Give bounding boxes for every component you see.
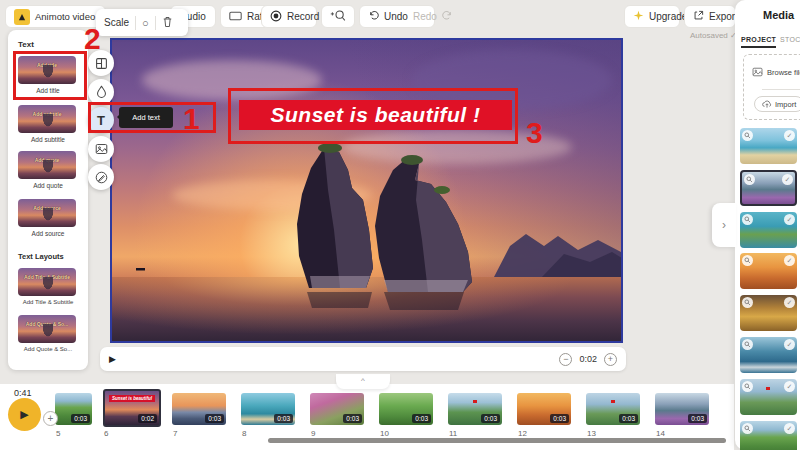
media-tool-button[interactable] (88, 136, 114, 162)
check-icon[interactable]: ✓ (782, 174, 793, 185)
playback-bar: ▶ − 0:02 + (100, 347, 626, 371)
check-icon[interactable]: ✓ (784, 297, 795, 308)
timeline: 0:41 ▶ + 0:03 5 Sunset is beautiful 0:02… (0, 384, 734, 450)
template-thumbnail: Add source (18, 199, 76, 227)
divider (135, 16, 136, 30)
media-item[interactable]: ✓ (740, 212, 797, 248)
tab-project[interactable]: PROJECT (741, 36, 776, 48)
media-item[interactable]: ✓ (740, 337, 797, 373)
upgrade-label: Upgrade (649, 11, 687, 22)
export-button[interactable]: Export (684, 5, 736, 28)
magnifier-icon[interactable] (744, 174, 755, 185)
rotate-icon[interactable]: ○ (142, 17, 149, 29)
timeline-play-button[interactable]: ▶ (8, 398, 41, 431)
upgrade-button[interactable]: Upgrade (624, 5, 680, 28)
undo-icon[interactable] (368, 10, 379, 23)
zoom-in-button[interactable]: + (604, 353, 617, 366)
media-item[interactable]: ✓ (740, 379, 797, 415)
timeline-clip[interactable]: 0:03 (172, 393, 226, 425)
ratio-icon (229, 11, 242, 23)
play-button[interactable]: ▶ (109, 354, 116, 364)
clip-number: 8 (242, 429, 246, 438)
template-add-subtitle[interactable]: Add subtitle Add subtitle (18, 105, 78, 143)
import-button[interactable]: Import (754, 96, 800, 112)
template-thumbnail: Add subtitle (18, 105, 76, 133)
image-icon (95, 143, 108, 155)
check-icon[interactable]: ✓ (784, 423, 795, 434)
timeline-clip[interactable]: 0:03 (586, 393, 640, 425)
template-thumbnail: Add title (18, 56, 76, 84)
panel-collapse-chevron[interactable]: › (712, 203, 736, 247)
clip-number: 14 (656, 429, 665, 438)
timeline-clip[interactable]: 0:03 (517, 393, 571, 425)
clip-number: 7 (173, 429, 177, 438)
media-item-selected[interactable]: ✓ (740, 170, 797, 206)
template-add-quote-source[interactable]: Add Quote & So... Add Quote & So... (18, 315, 78, 352)
zoom-out-button[interactable]: − (559, 353, 572, 366)
media-panel: Media PROJECT STOCK Browse files Import … (735, 0, 800, 450)
divider (762, 89, 800, 90)
record-button[interactable]: Record (261, 5, 317, 28)
clip-number: 11 (449, 429, 457, 438)
app-title: Animoto video (35, 11, 95, 22)
timeline-clip-selected[interactable]: Sunset is beautiful 0:02 (103, 389, 161, 427)
annotation-number-2: 2 (84, 24, 101, 54)
magnifier-icon[interactable] (742, 130, 753, 141)
timeline-clip[interactable]: 0:03 (241, 393, 295, 425)
template-add-title[interactable]: Add title Add title (18, 56, 78, 94)
record-icon (270, 10, 282, 24)
canvas-text-layer[interactable]: Sunset is beautiful ! (239, 100, 512, 130)
record-label: Record (287, 11, 319, 22)
magnifier-icon[interactable] (742, 423, 753, 434)
trash-icon[interactable] (162, 16, 173, 30)
magnifier-icon[interactable] (742, 339, 753, 350)
text-tool-icon: T (97, 114, 105, 127)
tab-stock[interactable]: STOCK (780, 36, 800, 43)
pen-circle-icon (95, 171, 108, 184)
text-section-header: Text (18, 40, 34, 49)
clip-number: 13 (587, 429, 596, 438)
magnifier-icon[interactable] (742, 214, 753, 225)
media-item[interactable]: ✓ (740, 421, 797, 450)
design-tool-button[interactable] (88, 79, 114, 105)
media-item[interactable]: ✓ (740, 128, 797, 164)
check-icon[interactable]: ✓ (784, 381, 795, 392)
timeline-collapse-tab[interactable]: ^ (336, 374, 390, 389)
timeline-clip[interactable]: 0:03 (310, 393, 364, 425)
upload-dropzone[interactable]: Browse files Import (743, 54, 800, 120)
magnifier-icon[interactable] (742, 297, 753, 308)
magnifier-icon[interactable] (742, 255, 753, 266)
check-icon[interactable]: ✓ (784, 214, 795, 225)
magic-search-button[interactable] (321, 5, 355, 28)
draw-tool-button[interactable] (88, 164, 114, 190)
sparkle-icon (633, 10, 644, 23)
export-icon (693, 10, 704, 23)
timeline-scrollbar[interactable] (268, 438, 726, 443)
timeline-clip[interactable]: 0:03 (655, 393, 709, 425)
redo-label[interactable]: Redo (413, 11, 437, 22)
media-item[interactable]: ✓ (740, 295, 797, 331)
undo-label[interactable]: Undo (384, 11, 408, 22)
scale-label: Scale (104, 17, 129, 28)
template-add-source[interactable]: Add source Add source (18, 199, 78, 237)
magnifier-icon[interactable] (742, 381, 753, 392)
template-add-title-subtitle[interactable]: Add Title & Subtitle Add Title & Subtitl… (18, 268, 78, 305)
redo-icon[interactable] (442, 10, 453, 23)
check-icon[interactable]: ✓ (784, 255, 795, 266)
check-icon[interactable]: ✓ (784, 130, 795, 141)
media-panel-title: Media (763, 9, 794, 21)
clip-number: 9 (311, 429, 315, 438)
browse-files-button[interactable]: Browse files (752, 67, 800, 77)
timeline-clip[interactable]: 0:03 (55, 393, 92, 425)
add-clip-button[interactable]: + (43, 411, 58, 426)
history-buttons: Undo Redo (359, 5, 435, 28)
template-add-quote[interactable]: Add quote Add quote (18, 151, 78, 189)
template-thumbnail: Add Quote & So... (18, 315, 76, 343)
clip-number: 5 (56, 429, 60, 438)
timeline-clip[interactable]: 0:03 (448, 393, 502, 425)
check-icon[interactable]: ✓ (784, 339, 795, 350)
timeline-clip[interactable]: 0:03 (379, 393, 433, 425)
media-item[interactable]: ✓ (740, 253, 797, 289)
text-tool-button[interactable]: T (88, 107, 114, 133)
video-preview-canvas[interactable]: Sunset is beautiful ! (110, 38, 623, 343)
